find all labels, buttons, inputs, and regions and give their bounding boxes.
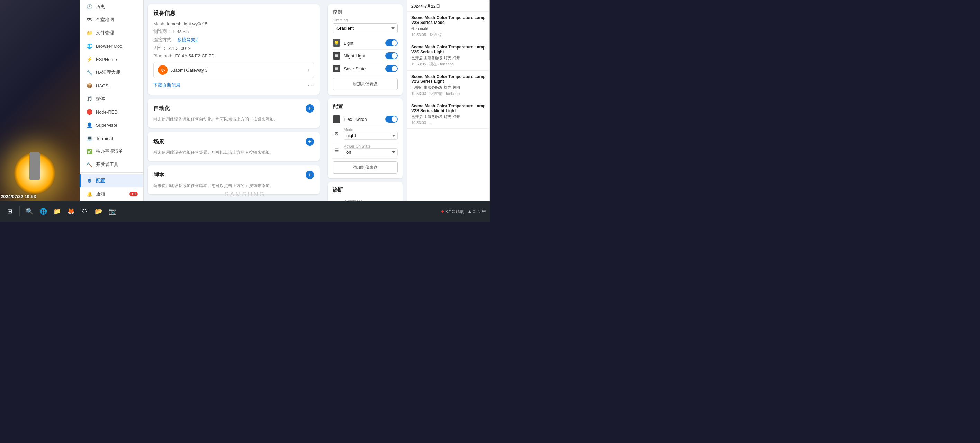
sidebar-item-devtools[interactable]: 🔨 开发者工具 [80,158,143,171]
mode-select-wrap: Mode night [344,127,398,140]
connection-link[interactable]: 多模网关2 [177,37,198,43]
add-automation-button[interactable]: + [305,104,314,113]
log-desc-0: 变为 night [411,26,486,31]
dimming-label: Dimming [332,18,398,22]
taskbar-divider-1 [19,206,20,217]
files-icon: 📁 [86,30,92,36]
log-entry-1[interactable]: Scene Mesh Color Temperature Lamp V2S Se… [407,41,490,71]
log-scrollbar[interactable] [489,0,490,201]
taskbar-shield-icon[interactable]: 🛡 [79,206,90,217]
controls-section-title: 控制 [332,9,398,15]
device-info-title: 设备信息 [153,10,314,17]
command-row: ⌘ Command — [332,197,398,201]
log-desc-1: 已开启 由服务触发 灯光 打开 [411,56,486,61]
sidebar-item-files[interactable]: 📁 文件管理 [80,26,143,40]
map-icon: 🗺 [86,17,92,23]
controls-add-dashboard-button[interactable]: 添加到仪表盘 [332,78,398,90]
dimming-select[interactable]: Gradient [332,23,398,33]
taskbar-search-icon[interactable]: 🔍 [24,206,35,217]
bluetooth-label: Bluetooth: [153,53,174,59]
log-desc-3: 已开启 由服务触发 灯光 打开 [411,114,486,120]
notify-badge: 10 [129,191,138,196]
sidebar-item-browsermod[interactable]: 🌐 Browser Mod [80,40,143,53]
save-state-toggle-row: 🔲 Save State [332,62,398,75]
sidebar-item-media[interactable]: 🎵 媒体 [80,92,143,105]
sidebar-item-hamanager[interactable]: 🔧 HA清理大师 [80,66,143,79]
diagnostic-card: 诊断 ⌘ Command — 添加到仪表盘 [328,182,402,201]
download-row: 下载诊断信息 ⋯ [153,81,314,89]
gateway-row[interactable]: 小 Xiaomi Gateway 3 › [153,62,314,78]
sidebar-item-map[interactable]: 🗺 全堂地图 [80,13,143,26]
browsermod-icon: 🌐 [86,43,92,49]
night-light-toggle[interactable] [385,52,398,59]
watermark: Hassbian.com [460,194,489,199]
flex-switch-icon [332,115,340,123]
scenes-desc: 尚未使用此设备添加任何场景。您可以点击上方的＋按钮来添加。 [153,149,314,156]
scripts-card: 脚本 + 尚未使用此设备添加任何脚本。您可以点击上方的＋按钮来添加。 [148,165,320,194]
night-light-label: Night Light [344,53,385,59]
sidebar-item-terminal[interactable]: 💻 Terminal [80,132,143,145]
log-panel: 2024年7月22日 Scene Mesh Color Temperature … [407,0,490,201]
save-state-icon: 🔲 [332,65,340,72]
download-btn[interactable]: 下载诊断信息 [153,82,180,88]
sidebar: 🕐 历史 🗺 全堂地图 📁 文件管理 🌐 Browser Mod ⚡ ESPHo… [80,0,144,201]
taskbar-temp: ● 37°C 晴朗 [441,208,464,215]
log-date: 2024年7月22日 [407,0,490,12]
log-title-2: Scene Mesh Color Temperature Lamp V2S Se… [411,74,486,84]
save-state-label: Save State [344,66,385,71]
log-entry-3[interactable]: Scene Mesh Color Temperature Lamp V2S Se… [407,100,490,129]
sidebar-item-esphome[interactable]: ⚡ ESPHome [80,53,143,66]
log-title-3: Scene Mesh Color Temperature Lamp V2S Se… [411,104,486,113]
sidebar-item-todo[interactable]: ✅ 待办事项清单 [80,145,143,158]
taskbar-windows-icon[interactable]: ⊞ [4,206,15,217]
log-entry-2[interactable]: Scene Mesh Color Temperature Lamp V2S Se… [407,71,490,100]
main-content: 设备信息 Mesh: lemesh.light.wy0c15 制造商： LeMe… [144,0,324,201]
light-toggle[interactable] [385,40,398,46]
power-on-select[interactable]: on [344,148,398,156]
media-icon: 🎵 [86,96,92,102]
manufacturer-value: LeMesh [173,29,189,34]
flex-switch-toggle[interactable] [385,116,398,123]
firmware-row: 固件： 2.1.2_0019 [153,45,314,51]
log-time-3: 19:53:03 · ... [411,121,486,125]
log-scrollbar-thumb [489,0,490,60]
taskbar-browser-icon[interactable]: 🌐 [38,206,49,217]
notify-icon: 🔔 [86,191,92,197]
light-toggle-row: 💡 Light [332,37,398,49]
more-icon[interactable]: ⋯ [308,81,314,89]
log-time-2: 19:53:03 · 2秒钟前 · tanbobo [411,91,486,96]
sidebar-item-notify[interactable]: 🔔 通知 10 [80,187,143,201]
add-script-button[interactable]: + [305,171,314,179]
automation-header: 自动化 + [153,104,314,113]
hacs-icon: 📦 [86,83,92,89]
taskbar-right: ● 37°C 晴朗 ▲ □ ◁ 中 [441,208,486,215]
sidebar-item-settings[interactable]: ⚙ 配置 [80,174,143,187]
taskbar-camera-icon[interactable]: 📷 [107,206,118,217]
sidebar-item-supervisor[interactable]: 👤 Supervisor [80,118,143,132]
sidebar-item-hacs[interactable]: 📦 HACS [80,79,143,92]
config-card: 配置 Flex Switch ⚙ Mode night ☰ Power On S… [328,98,402,178]
taskbar-folder-icon[interactable]: 📁 [52,206,63,217]
save-state-toggle[interactable] [385,65,398,72]
mode-gear-icon: ⚙ [332,130,340,137]
night-light-icon: 🔲 [332,52,340,60]
bluetooth-value: E8:4A:54:E2:CF:7D [175,53,215,59]
mode-label: Mode [344,127,398,132]
supervisor-icon: 👤 [86,122,92,128]
add-scene-button[interactable]: + [305,137,314,146]
sidebar-item-history[interactable]: 🕐 历史 [80,0,143,13]
manufacturer-label: 制造商： [153,29,171,35]
gateway-icon: 小 [158,65,167,75]
log-entry-0[interactable]: Scene Mesh Color Temperature Lamp V2S Se… [407,12,490,41]
firmware-label: 固件： [153,45,167,51]
power-on-select-wrap: Power On State on [344,144,398,156]
log-time-1: 19:53:05 · 现在 · tanbobo [411,62,486,67]
taskbar-firefox-icon[interactable]: 🦊 [65,206,76,217]
mode-select[interactable]: night [344,132,398,140]
scenes-card: 场景 + 尚未使用此设备添加任何场景。您可以点击上方的＋按钮来添加。 [148,132,320,161]
taskbar-files-icon[interactable]: 📂 [93,206,104,217]
night-light-toggle-row: 🔲 Night Light [332,49,398,62]
connection-row: 连接方式： 多模网关2 [153,37,314,43]
sidebar-item-nodered[interactable]: 🔴 Node-RED [80,105,143,118]
config-add-dashboard-button[interactable]: 添加到仪表盘 [332,161,398,174]
